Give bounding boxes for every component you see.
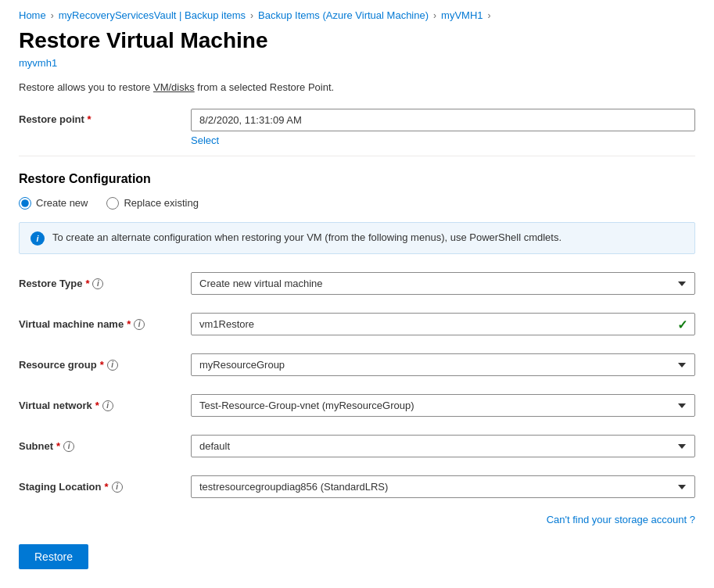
breadcrumb-sep-4: › xyxy=(488,10,491,21)
radio-create-new-input[interactable] xyxy=(19,197,31,210)
virtual-network-required: * xyxy=(95,400,99,411)
info-icon: i xyxy=(30,231,45,246)
restore-type-control: Create new virtual machine Restore disks xyxy=(191,272,695,295)
virtual-network-select[interactable]: Test-Resource-Group-vnet (myResourceGrou… xyxy=(191,394,695,417)
restore-point-required: * xyxy=(87,113,91,125)
radio-replace-existing-input[interactable] xyxy=(106,197,119,210)
virtual-network-info-icon: i xyxy=(102,400,113,411)
restore-type-info-icon: i xyxy=(92,278,103,289)
staging-location-control: testresourcegroupdiag856 (StandardLRS) xyxy=(191,475,695,498)
restore-button[interactable]: Restore xyxy=(19,544,88,569)
vm-name-control: ✓ xyxy=(191,313,695,335)
page-description: Restore allows you to restore VM/disks f… xyxy=(19,81,695,93)
virtual-network-control: Test-Resource-Group-vnet (myResourceGrou… xyxy=(191,394,695,417)
staging-location-select-wrapper: testresourcegroupdiag856 (StandardLRS) xyxy=(191,475,695,498)
vm-name-required: * xyxy=(127,318,131,330)
subnet-label: Subnet * i xyxy=(19,440,191,452)
staging-location-label: Staging Location * i xyxy=(19,481,191,493)
vm-name-label: Virtual machine name * i xyxy=(19,318,191,330)
breadcrumb-home[interactable]: Home xyxy=(19,9,46,21)
resource-group-row: Resource group * i myResourceGroup xyxy=(19,351,695,379)
subnet-info-icon: i xyxy=(63,441,74,452)
radio-replace-existing-label: Replace existing xyxy=(124,197,198,209)
resource-group-required: * xyxy=(100,359,104,371)
resource-group-select[interactable]: myResourceGroup xyxy=(191,353,695,376)
resource-group-info-icon: i xyxy=(107,360,118,371)
info-box-text: To create an alternate configuration whe… xyxy=(52,231,562,245)
radio-create-new-label: Create new xyxy=(36,197,88,209)
staging-location-row: Staging Location * i testresourcegroupdi… xyxy=(19,473,695,501)
staging-location-info-icon: i xyxy=(112,482,123,493)
restore-point-label: Restore point * xyxy=(19,109,191,125)
subnet-control: default xyxy=(191,435,695,457)
restore-type-select[interactable]: Create new virtual machine Restore disks xyxy=(191,272,695,295)
vm-name-row: Virtual machine name * i ✓ xyxy=(19,310,695,339)
breadcrumb-sep-3: › xyxy=(433,10,436,21)
section-divider xyxy=(19,156,695,156)
restore-type-select-wrapper: Create new virtual machine Restore disks xyxy=(191,272,695,295)
restore-point-value: Select xyxy=(191,109,695,146)
vm-name-input[interactable] xyxy=(191,313,695,335)
virtual-network-row: Virtual network * i Test-Resource-Group-… xyxy=(19,392,695,420)
restore-point-section: Restore point * Select xyxy=(19,109,695,146)
vm-name-info-icon: i xyxy=(134,319,145,330)
page-title: Restore Virtual Machine xyxy=(19,27,695,54)
breadcrumb: Home › myRecoveryServicesVault | Backup … xyxy=(19,0,695,27)
staging-location-select[interactable]: testresourcegroupdiag856 (StandardLRS) xyxy=(191,475,695,498)
radio-replace-existing[interactable]: Replace existing xyxy=(106,197,198,210)
restore-type-label: Restore Type * i xyxy=(19,278,191,289)
subnet-required: * xyxy=(56,440,60,452)
subnet-row: Subnet * i default xyxy=(19,432,695,461)
restore-config-radio-group: Create new Replace existing xyxy=(19,197,695,210)
cantfind-link[interactable]: Can't find your storage account ? xyxy=(547,514,695,525)
page-subtitle: myvmh1 xyxy=(19,57,695,69)
select-link[interactable]: Select xyxy=(191,134,695,146)
info-box: i To create an alternate configuration w… xyxy=(19,222,695,254)
staging-location-required: * xyxy=(104,481,108,493)
cantfind-row: Can't find your storage account ? xyxy=(19,514,695,525)
restore-point-input[interactable] xyxy=(191,109,695,131)
resource-group-select-wrapper: myResourceGroup xyxy=(191,353,695,376)
subnet-select[interactable]: default xyxy=(191,435,695,457)
breadcrumb-sep-1: › xyxy=(51,10,54,21)
restore-config-heading: Restore Configuration xyxy=(19,172,695,186)
virtual-network-label: Virtual network * i xyxy=(19,400,191,411)
restore-type-row: Restore Type * i Create new virtual mach… xyxy=(19,270,695,298)
resource-group-label: Resource group * i xyxy=(19,359,191,371)
breadcrumb-vault[interactable]: myRecoveryServicesVault | Backup items xyxy=(59,9,246,21)
virtual-network-select-wrapper: Test-Resource-Group-vnet (myResourceGrou… xyxy=(191,394,695,417)
breadcrumb-sep-2: › xyxy=(250,10,253,21)
breadcrumb-backup-items[interactable]: Backup Items (Azure Virtual Machine) xyxy=(258,9,429,21)
breadcrumb-vm[interactable]: myVMH1 xyxy=(441,9,483,21)
vm-name-checkmark: ✓ xyxy=(677,317,687,332)
radio-create-new[interactable]: Create new xyxy=(19,197,88,210)
subnet-select-wrapper: default xyxy=(191,435,695,457)
resource-group-control: myResourceGroup xyxy=(191,353,695,376)
restore-type-required: * xyxy=(85,278,89,289)
